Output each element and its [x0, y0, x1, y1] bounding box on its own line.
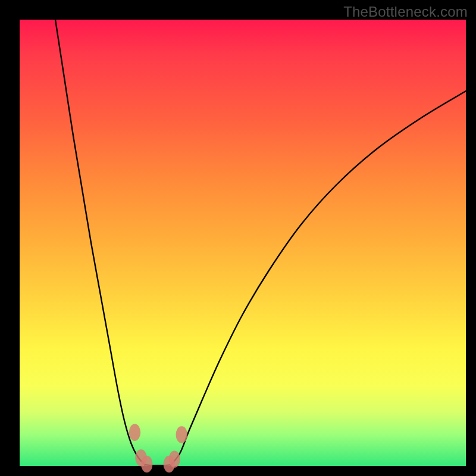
plot-area	[20, 20, 466, 466]
curve-svg	[20, 20, 466, 466]
curve-marker	[141, 456, 153, 473]
watermark-text: TheBottleneck.com	[343, 4, 468, 20]
curve-marker	[169, 451, 181, 468]
curve-marker	[176, 426, 188, 443]
curve-marker	[129, 424, 141, 441]
chart-frame: TheBottleneck.com	[0, 0, 476, 476]
bottleneck-curve	[55, 20, 466, 465]
